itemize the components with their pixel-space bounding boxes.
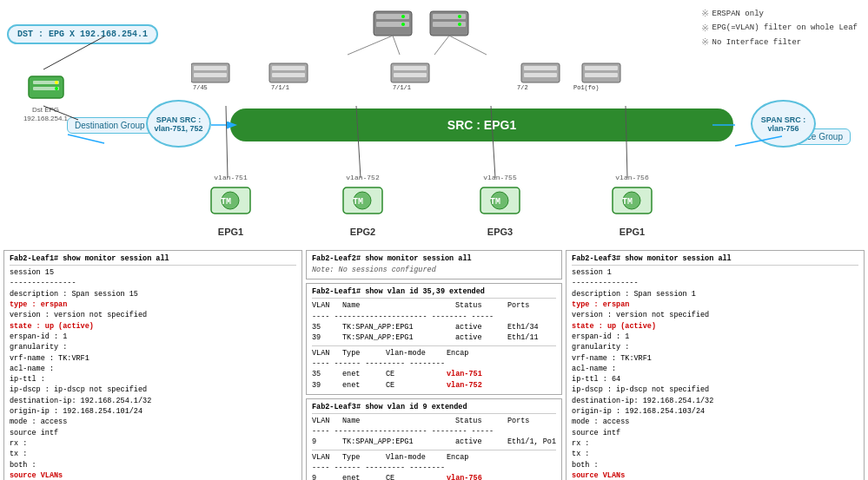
- svg-rect-36: [585, 66, 618, 70]
- svg-text:Po1(fo): Po1(fo): [573, 84, 599, 91]
- svg-rect-32: [524, 66, 557, 70]
- dest-epg-icon-area: Dst EPG 192.168.254.1: [17, 69, 74, 122]
- svg-text:TM: TM: [353, 197, 363, 207]
- legend-item-3: ※ No Interface filter: [701, 36, 858, 50]
- svg-point-9: [401, 23, 405, 26]
- legend: ※ ERSPAN only ※ EPG(=VLAN) filter on who…: [701, 7, 858, 50]
- spine-switches: [295, 7, 556, 59]
- svg-rect-20: [194, 66, 227, 70]
- svg-line-15: [348, 36, 393, 55]
- cli-middle-leaf1-title: Fab2-Leaf1# show vlan id 35,39 extended: [312, 287, 556, 296]
- svg-text:7/1/1: 7/1/1: [393, 84, 411, 91]
- svg-rect-29: [394, 73, 427, 77]
- svg-rect-37: [585, 73, 618, 77]
- cli-right-title: Fab2-Leaf3# show monitor session all: [572, 254, 858, 263]
- cli-panel-middle: Fab2-Leaf2# show monitor session all Not…: [306, 250, 562, 480]
- cli-middle-leaf1: Fab2-Leaf1# show vlan id 35,39 extended …: [306, 283, 562, 395]
- svg-rect-33: [524, 73, 557, 77]
- span-src-left: SPAN SRC : vlan-751, 752: [146, 100, 211, 148]
- svg-line-17: [434, 36, 449, 55]
- svg-rect-24: [272, 66, 305, 70]
- cli-panel-right: Fab2-Leaf3# show monitor session all ses…: [566, 250, 865, 480]
- svg-point-4: [55, 87, 58, 90]
- network-diagram: ※ ERSPAN only ※ EPG(=VLAN) filter on who…: [0, 0, 868, 247]
- svg-text:TM: TM: [221, 197, 231, 207]
- svg-rect-21: [194, 73, 227, 77]
- svg-rect-28: [394, 66, 427, 70]
- cli-middle-top-title: Fab2-Leaf2# show monitor session all: [312, 254, 556, 263]
- svg-point-3: [55, 81, 58, 84]
- svg-point-8: [401, 15, 405, 18]
- cli-middle-leaf3: Fab2-Leaf3# show vlan id 9 extended VLAN…: [306, 398, 562, 480]
- epg2-icon: TM: [339, 183, 387, 222]
- epg1-left: vlan-751 TM EPG1: [207, 174, 255, 237]
- leaf-switches: 7/45 7/1/1 7/1/1 7/2 Po1(fo): [191, 59, 695, 107]
- cli-panel-left: Fab2-Leaf1# show monitor session all ses…: [3, 250, 302, 480]
- cli-left-title: Fab2-Leaf1# show monitor session all: [10, 254, 296, 263]
- cli-panels: Fab2-Leaf1# show monitor session all ses…: [0, 250, 868, 480]
- svg-line-59: [68, 135, 104, 143]
- svg-point-14: [458, 23, 461, 26]
- span-src-right: SPAN SRC : vlan-756: [751, 100, 816, 148]
- svg-text:TM: TM: [490, 197, 500, 207]
- svg-point-13: [458, 15, 461, 18]
- svg-rect-25: [272, 73, 305, 77]
- cli-middle-leaf3-title: Fab2-Leaf3# show vlan id 9 extended: [312, 403, 556, 411]
- epg3: vlan-755 TM EPG3: [476, 174, 524, 237]
- dst-epg-box: DST : EPG X 192.168.254.1: [7, 24, 158, 44]
- svg-text:7/45: 7/45: [193, 84, 208, 91]
- epg3-icon: TM: [476, 183, 524, 222]
- network-device-icon: [24, 69, 68, 104]
- epg1-left-icon: TM: [207, 183, 255, 222]
- epg1-right-icon: TM: [608, 183, 656, 222]
- svg-line-55: [226, 106, 228, 178]
- epg1-right: vlan-756 TM EPG1: [608, 174, 656, 237]
- epg2: vlan-752 TM EPG2: [339, 174, 387, 237]
- destination-group-label: Destination Group: [67, 117, 153, 134]
- svg-line-16: [393, 36, 400, 55]
- svg-text:TM: TM: [622, 197, 633, 207]
- legend-item-2: ※ EPG(=VLAN) filter on whole Leaf: [701, 22, 858, 36]
- svg-text:7/2: 7/2: [517, 84, 528, 91]
- src-epg-bar: SRC : EPG1: [230, 108, 733, 141]
- svg-line-18: [449, 36, 487, 55]
- svg-text:7/1/1: 7/1/1: [271, 84, 289, 91]
- cli-middle-top: Fab2-Leaf2# show monitor session all Not…: [306, 250, 562, 279]
- legend-item-1: ※ ERSPAN only: [701, 7, 858, 22]
